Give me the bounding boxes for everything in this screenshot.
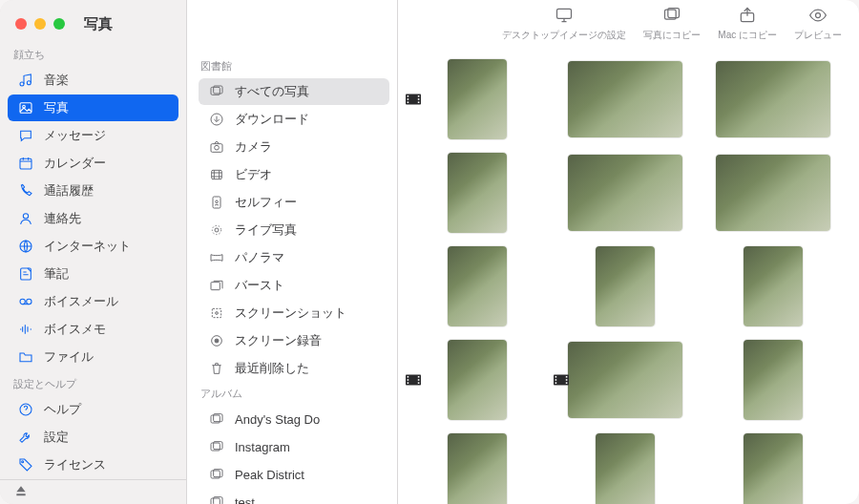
sidebar-item-voicememo[interactable]: ボイスメモ [8,316,178,343]
library-item-videos[interactable]: ビデオ [199,161,389,188]
thumbnail-grid [398,49,859,504]
sidebar-item-label: 通話履歴 [44,182,94,200]
music-icon [17,72,34,89]
library-item-label: Andy's Stag Do [235,412,320,427]
library-item-a3[interactable]: Peak District [199,461,389,488]
tag-icon [17,456,34,473]
thumbnail-image [568,155,682,231]
album-icon [208,410,225,428]
sidebar-item-files[interactable]: ファイル [8,344,178,370]
folder-icon [17,348,34,366]
library-item-panorama[interactable]: パノラマ [199,244,389,271]
sidebar-item-label: ライセンス [44,456,106,473]
thumbnail-cell[interactable] [555,245,694,327]
calendar-icon [17,155,34,172]
chat-icon [17,127,34,144]
library-item-all[interactable]: すべての写真 [199,78,389,105]
export-icon [738,6,757,27]
sidebar-item-label: ヘルプ [44,401,81,418]
minimize-window[interactable] [34,18,46,30]
sidebar-item-label: 写真 [44,99,69,116]
thumbnail-cell[interactable] [408,152,546,234]
toolbar-label: 写真にコピー [643,29,701,42]
library-item-label: test [235,495,255,505]
close-window[interactable] [15,18,27,30]
eject-device-button[interactable] [0,479,186,505]
toolbar-label: デスクトップイメージの設定 [502,29,626,42]
thumbnail-cell[interactable] [408,58,546,140]
thumbnail-cell[interactable] [408,432,546,504]
thumbnail-cell[interactable] [703,152,842,234]
library-item-screenrec[interactable]: スクリーン録音 [199,327,389,354]
sidebar-item-internet[interactable]: インターネット [8,233,178,260]
sidebar-item-label: 音楽 [44,72,69,89]
sidebar-item-notes[interactable]: 筆記 [8,261,178,287]
download-icon [208,111,225,128]
window-controls [15,18,65,30]
person-icon [17,210,34,227]
thumbnail-image [448,246,507,326]
library-item-label: パノラマ [235,249,284,266]
sidebar-item-music[interactable]: 音楽 [8,67,178,94]
library-item-label: Instagram [235,440,290,454]
sidebar-item-contacts[interactable]: 連絡先 [8,205,178,232]
library-item-a4[interactable]: test [199,489,389,504]
sidebar-item-voicemail[interactable]: ボイスメール [8,288,178,315]
thumbnail-cell[interactable] [703,245,842,327]
library-header: 図書館 [187,55,397,77]
thumbnail-cell[interactable] [555,432,694,504]
toolbar-copy-mac[interactable]: Mac にコピー [718,6,777,42]
sidebar-item-calendar[interactable]: カレンダー [8,150,178,177]
sidebar-item-label: インターネット [44,238,131,255]
thumbnail-cell[interactable] [555,339,694,421]
burst-icon [208,277,225,294]
thumbnail-cell[interactable] [703,339,842,421]
thumbnail-cell[interactable] [408,339,546,421]
thumbnail-cell[interactable] [703,58,842,140]
toolbar: デスクトップイメージの設定 写真にコピー Mac にコピー プレビュー [398,0,859,49]
camera-icon [208,138,225,156]
library-item-trash[interactable]: 最近削除した [199,355,389,382]
sidebar-section-header-features: 顔立ち [0,42,186,66]
library-item-screenshot[interactable]: スクリーンショット [199,300,389,326]
albums-header: アルバム [187,383,397,405]
sidebar-item-license[interactable]: ライセンス [8,452,178,478]
sidebar-item-photos[interactable]: 写真 [8,94,178,121]
thumbnail-cell[interactable] [408,245,546,327]
live-icon [208,221,225,239]
thumbnail-cell[interactable] [555,152,694,234]
sidebar-item-help[interactable]: ヘルプ [8,396,178,423]
content-panel: デスクトップイメージの設定 写真にコピー Mac にコピー プレビュー [398,0,859,504]
sidebar-item-messages[interactable]: メッセージ [8,122,178,149]
library-item-a2[interactable]: Instagram [199,433,389,460]
sidebar-item-settings[interactable]: 設定 [8,424,178,451]
library-item-label: ライブ写真 [235,221,297,239]
desktop-icon [555,6,574,27]
album-icon [208,438,225,455]
thumbnail-image [568,342,682,418]
thumbnail-image [596,433,655,504]
library-item-label: バースト [235,277,284,294]
thumbnail-image [448,59,507,139]
thumbnail-cell[interactable] [703,432,842,504]
wave-icon [17,321,34,338]
library-item-a1[interactable]: Andy's Stag Do [199,406,389,432]
library-item-label: すべての写真 [235,83,309,100]
library-item-live[interactable]: ライブ写真 [199,217,389,243]
toolbar-set-desktop[interactable]: デスクトップイメージの設定 [502,6,626,42]
library-item-selfies[interactable]: セルフィー [199,189,389,216]
library-item-label: Peak District [235,468,304,482]
eye-icon [808,6,828,27]
pano-icon [208,249,225,266]
library-item-downloads[interactable]: ダウンロード [199,106,389,133]
thumbnail-image [448,340,507,420]
toolbar-preview[interactable]: プレビュー [794,6,842,42]
toolbar-copy-photos[interactable]: 写真にコピー [643,6,701,42]
library-item-camera[interactable]: カメラ [199,134,389,160]
library-item-burst[interactable]: バースト [199,272,389,299]
zoom-window[interactable] [53,18,65,30]
sidebar-item-calls[interactable]: 通話履歴 [8,178,178,204]
trash-icon [208,360,225,377]
library-item-label: ダウンロード [235,111,309,128]
thumbnail-cell[interactable] [555,58,694,140]
